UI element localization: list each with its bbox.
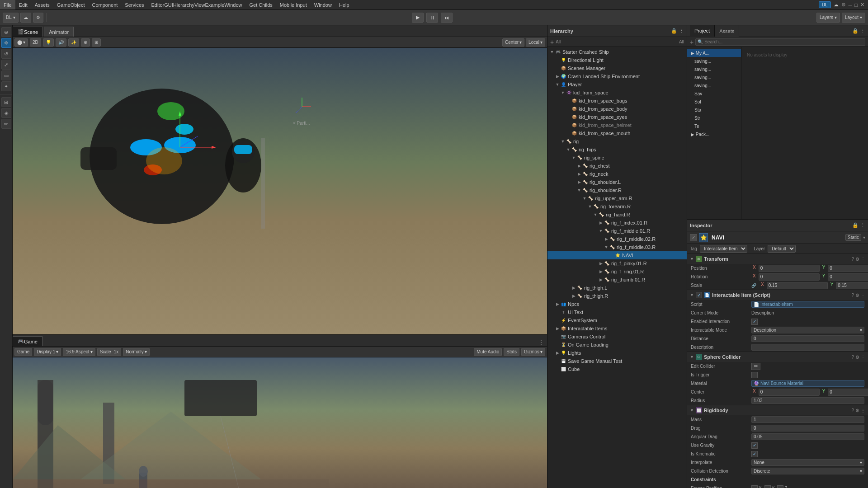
cloud-btn[interactable]: ☁ <box>20 13 31 23</box>
assets-folder-saving1[interactable]: saving... <box>687 57 741 65</box>
assets-folder-str[interactable]: Str <box>687 114 741 122</box>
sphere-settings-icon[interactable]: ⚙ <box>855 355 859 360</box>
static-badge[interactable]: Static <box>845 234 861 241</box>
list-item[interactable]: ▼ 🦴 rig_hand.R <box>547 211 687 219</box>
list-item[interactable]: ▼ 🦴 rig_f_middle.01.R <box>547 227 687 235</box>
list-item[interactable]: ⬜ Cube <box>547 365 687 373</box>
menu-help[interactable]: Help <box>335 0 353 9</box>
list-item[interactable]: ▶ 🦴 rig_thigh.R <box>547 292 687 300</box>
menu-assets[interactable]: Assets <box>31 0 53 9</box>
list-item[interactable]: 📷 Cameras Control <box>547 333 687 341</box>
use-gravity-checkbox[interactable]: ✓ <box>751 442 758 449</box>
list-item[interactable]: ▼ 🦴 rig_forearm.R <box>547 202 687 211</box>
list-item[interactable]: 📦 Scenes Manager <box>547 64 687 72</box>
project-menu-icon[interactable]: ⋮ <box>860 28 865 34</box>
project-search-input[interactable] <box>704 39 863 44</box>
list-item[interactable]: 📦 kid_from_space_eyes <box>547 113 687 121</box>
rotate-tool-btn[interactable]: ↺ <box>1 49 11 59</box>
freeze-x-label[interactable]: ✓ X <box>751 485 762 488</box>
freeze-z-label[interactable]: ✓ Z <box>777 485 787 488</box>
navi-item[interactable]: ⭐ NAVI <box>547 251 687 259</box>
list-item[interactable]: ▼ 🦴 rig_hips <box>547 145 687 154</box>
step-button[interactable]: ⏭ <box>441 13 453 23</box>
menu-edit[interactable]: Edit <box>15 0 31 9</box>
static-dropdown[interactable]: ▾ <box>863 235 865 240</box>
list-item[interactable]: ▼ 🎮 Starter Crashed Ship <box>547 48 687 56</box>
assets-folder-saving3[interactable]: saving... <box>687 73 741 81</box>
interactable-settings-icon[interactable]: ⚙ <box>855 293 859 298</box>
interactable-help-icon[interactable]: ? <box>851 293 854 298</box>
list-item[interactable]: ▼ 👤 Player <box>547 80 687 89</box>
minimize-btn[interactable]: ─ <box>849 2 852 8</box>
scene-gizmos-btn[interactable]: ⊕ <box>81 38 90 47</box>
tag-dropdown[interactable]: Interactable Item <box>700 245 747 253</box>
list-item[interactable]: ▶ 🦴 rig_neck <box>547 170 687 178</box>
custom-tool1-btn[interactable]: ⊞ <box>1 97 11 107</box>
drag-input[interactable] <box>751 425 864 432</box>
list-item[interactable]: ▶ 👥 Npcs <box>547 300 687 308</box>
tab-animator[interactable]: Animator <box>44 27 74 37</box>
list-item[interactable]: ▶ 🦴 rig_f_ring.01.R <box>547 267 687 276</box>
menu-editor[interactable]: EditorGUIHierarchyViewExampleWindow <box>148 0 246 9</box>
is-trigger-checkbox[interactable]: ✓ <box>751 372 758 378</box>
stats-btn[interactable]: Stats <box>504 348 519 356</box>
list-item[interactable]: ▼ 🦴 rig <box>547 137 687 145</box>
freeze-y-label[interactable]: ✓ Y <box>764 485 775 488</box>
component-help-icon[interactable]: ? <box>851 257 854 262</box>
assets-tab[interactable]: Assets <box>715 25 739 37</box>
position-y[interactable] <box>828 265 868 272</box>
game-menu-btn[interactable]: ⋮ <box>538 339 544 346</box>
edit-collider-btn[interactable]: ✏ <box>751 363 760 370</box>
game-view[interactable] <box>13 357 547 488</box>
rotation-x[interactable] <box>759 273 820 281</box>
list-item[interactable]: ▶ 🦴 rig_thigh.L <box>547 284 687 292</box>
list-item[interactable]: ▼ 🦴 rig_shoulder.R <box>547 186 687 194</box>
freeze-px-checkbox[interactable]: ✓ <box>751 485 758 488</box>
tab-game[interactable]: 🎮 Game <box>13 336 42 346</box>
scene-view[interactable]: < Parti... <box>13 48 547 334</box>
project-tab[interactable]: Project <box>690 25 715 37</box>
list-item[interactable]: ▶ 🦴 rig_f_index.01.R <box>547 219 687 227</box>
custom-tool3-btn[interactable]: ✏ <box>1 119 11 129</box>
sphere-collider-header[interactable]: ▼ ⬭ Sphere Collider ? ⚙ ⋮ <box>687 352 868 362</box>
object-name[interactable]: NAVI <box>712 235 724 241</box>
project-search[interactable]: 🔍 <box>695 38 865 46</box>
account-badge[interactable]: DL <box>819 1 831 8</box>
menu-window[interactable]: Window <box>311 0 335 9</box>
rigidbody-settings-icon[interactable]: ⚙ <box>855 408 859 413</box>
aspect-dropdown[interactable]: 16:9 Aspect▾ <box>63 348 95 356</box>
rigidbody-header[interactable]: ▼ ⬜ Rigidbody ? ⚙ ⋮ <box>687 405 868 415</box>
radius-input[interactable] <box>751 397 864 404</box>
transform-header[interactable]: ▼ ⊕ Transform ? ⚙ ⋮ <box>687 254 868 264</box>
list-item[interactable]: ▶ 🦴 rig_f_pinky.01.R <box>547 259 687 267</box>
scale-y[interactable] <box>836 282 868 289</box>
freeze-py-checkbox[interactable]: ✓ <box>764 485 771 488</box>
2d-btn[interactable]: 2D <box>30 38 41 47</box>
center-y[interactable] <box>828 389 868 396</box>
list-item[interactable]: ▶ 🌍 Crash Landed Ship Environment <box>547 72 687 80</box>
layout-dropdown[interactable]: Layout ▾ <box>842 13 865 23</box>
menu-getchilds[interactable]: Get Childs <box>245 0 276 9</box>
sphere-help-icon[interactable]: ? <box>851 355 854 360</box>
active-checkbox[interactable]: ✓ <box>690 234 697 241</box>
menu-file[interactable]: File <box>0 0 15 9</box>
center-dropdown[interactable]: Center▾ <box>502 38 524 47</box>
custom-tool2-btn[interactable]: ◈ <box>1 108 11 118</box>
local-dropdown[interactable]: Local▾ <box>526 38 545 47</box>
sphere-menu-icon[interactable]: ⋮ <box>861 355 865 360</box>
audio-btn[interactable]: 🔊 <box>56 38 66 47</box>
list-item[interactable]: T UI Text <box>547 308 687 316</box>
scale-x[interactable] <box>767 282 828 289</box>
rotation-y[interactable] <box>828 273 868 281</box>
scale-control[interactable]: Scale 1x <box>97 348 122 356</box>
scale-lock-icon[interactable]: 🔗 <box>751 283 756 288</box>
gizmos-dropdown[interactable]: Gizmos▾ <box>521 348 545 356</box>
list-item[interactable]: ▶ 💡 Lights <box>547 349 687 357</box>
play-button[interactable]: ▶ <box>412 13 424 23</box>
enabled-interaction-checkbox[interactable]: ✓ <box>751 319 758 325</box>
distance-input[interactable] <box>751 335 864 342</box>
grid-btn[interactable]: ⊞ <box>92 38 101 47</box>
tab-scene[interactable]: 🎬 Scene <box>13 27 43 37</box>
is-kinematic-checkbox[interactable]: ✓ <box>751 451 758 457</box>
maximize-btn[interactable]: □ <box>854 2 858 8</box>
